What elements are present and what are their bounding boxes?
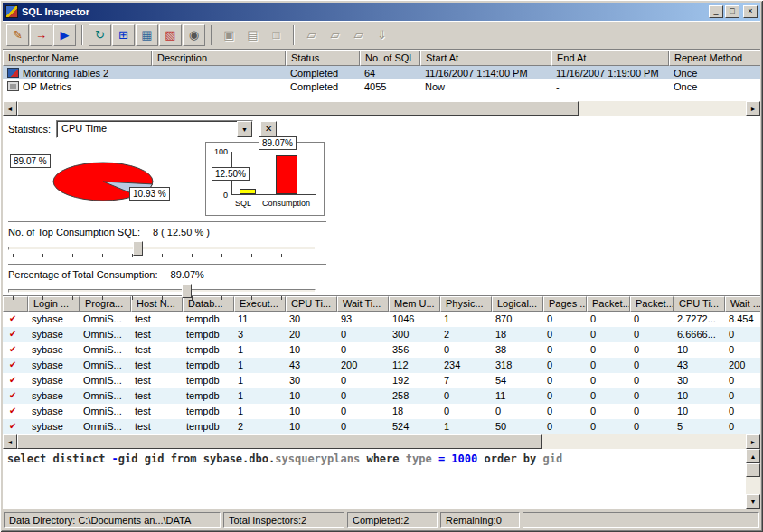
new-inspector-button[interactable]: ✎ (6, 24, 29, 46)
chart-view-button[interactable]: ▧ (159, 24, 182, 46)
grid-view-button[interactable]: ▦ (136, 24, 158, 46)
scroll-right-button[interactable]: ► (746, 434, 760, 449)
row-check-icon[interactable]: ✔ (3, 327, 28, 342)
grid-row[interactable]: ✔sybaseOmniS...testtempdb32003002180006.… (3, 327, 760, 342)
snapshot-button[interactable]: ◉ (183, 24, 205, 46)
inspector-col-header[interactable]: Start At (420, 51, 551, 66)
grid-col-header[interactable]: Physic... (440, 296, 492, 312)
grid-row[interactable]: ✔sybaseOmniS...testtempdb11001800000100 (3, 404, 760, 419)
close-button[interactable]: × (743, 5, 758, 18)
grid-row[interactable]: ✔sybaseOmniS...testtempdb210052415000050 (3, 419, 760, 434)
statistics-combo-value: CPU Time (57, 121, 237, 137)
grid-cell: 0 (725, 327, 760, 342)
add-grid-button[interactable]: ⊞ (112, 24, 135, 46)
grid-col-header[interactable]: Wait Ti... (337, 296, 389, 312)
grid-col-header[interactable]: Packet... (630, 296, 674, 312)
grid-cell: 0 (587, 358, 630, 373)
inspector-col-header[interactable]: Description (152, 51, 286, 66)
inspector-col-header[interactable]: No. of SQL (360, 51, 420, 66)
grid-cell: 192 (389, 373, 440, 388)
grid-cell: 54 (492, 373, 543, 388)
minimize-icon: _ (710, 6, 722, 16)
grid-cell: 1 (234, 342, 286, 358)
pct-consumption-slider[interactable] (8, 283, 316, 303)
row-check-icon[interactable]: ✔ (3, 388, 28, 404)
grid-cell: 10 (286, 342, 337, 358)
scroll-thumb[interactable] (17, 101, 579, 116)
grid-cell: 0 (725, 388, 760, 404)
toolbar-separator (293, 25, 295, 45)
inspector-col-header[interactable]: Repeat Method (669, 51, 760, 66)
status-section-empty (523, 512, 759, 528)
scroll-up-button[interactable]: ▲ (746, 449, 760, 463)
grid-cell: 10 (674, 342, 725, 358)
row-check-icon[interactable]: ✔ (3, 373, 28, 388)
row-check-icon[interactable]: ✔ (3, 358, 28, 373)
grid-cell: OmniS... (80, 373, 131, 388)
pct-consumption-label: Percentage of Total Consumption: (8, 269, 158, 280)
grid-col-header[interactable]: Logical... (492, 296, 543, 312)
scroll-down-button[interactable]: ▼ (746, 494, 760, 509)
inspector-row[interactable]: OP MetricsCompleted4055Now-Once (3, 79, 760, 93)
scroll-track[interactable] (17, 101, 746, 116)
inspector-col-header[interactable]: Status (286, 51, 360, 66)
grid-col-header[interactable]: Wait ... (725, 296, 760, 312)
grid-cell: OmniS... (80, 312, 131, 327)
grid-cell: 0 (543, 388, 587, 404)
row-check-icon[interactable]: ✔ (3, 419, 28, 434)
grid-cell: test (131, 373, 183, 388)
refresh-button[interactable]: ↻ (89, 24, 111, 46)
app-icon[interactable] (5, 5, 18, 18)
sql-text[interactable]: select distinct -gid gid from sybase.dbo… (3, 449, 746, 509)
statistics-combo[interactable]: CPU Time ▼ (56, 120, 253, 138)
maximize-button[interactable]: □ (725, 5, 739, 18)
grid-cell: test (131, 388, 183, 404)
inspector-hscrollbar[interactable]: ◄ ► (3, 101, 760, 116)
grid-col-header[interactable]: Pages ... (543, 296, 587, 312)
scroll-thumb[interactable] (17, 434, 542, 449)
minimize-button[interactable]: _ (709, 5, 723, 18)
inspector-col-header[interactable]: End At (551, 51, 669, 66)
grid-cell: 0 (543, 404, 587, 419)
grid-col-header[interactable]: CPU Ti... (674, 296, 725, 312)
grid-cell: 0 (587, 342, 630, 358)
view-inspector-button[interactable]: → (30, 24, 52, 46)
top-sql-slider[interactable] (8, 240, 316, 260)
scroll-right-button[interactable]: ► (746, 101, 760, 116)
scroll-left-button[interactable]: ◄ (3, 101, 17, 116)
row-check-icon[interactable]: ✔ (3, 404, 28, 419)
sql-token: = (438, 453, 451, 465)
grid-row[interactable]: ✔sybaseOmniS...testtempdb110035603800010… (3, 342, 760, 358)
grid-cell: 2 (440, 327, 492, 342)
scroll-track[interactable] (746, 463, 760, 494)
scroll-left-button[interactable]: ◄ (3, 434, 17, 449)
scroll-track[interactable] (17, 434, 746, 449)
grid-col-header[interactable]: Mem U... (389, 296, 440, 312)
combo-dropdown-button[interactable]: ▼ (237, 121, 252, 137)
slider-track[interactable] (8, 289, 316, 293)
sql-token: sybase (203, 453, 242, 465)
grid-row[interactable]: ✔sybaseOmniS...testtempdb110025801100010… (3, 388, 760, 404)
grid-row[interactable]: ✔sybaseOmniS...testtempdb143200112234318… (3, 358, 760, 373)
sql-vscrollbar[interactable]: ▲ ▼ (746, 449, 760, 509)
grid-col-header[interactable]: Packet... (587, 296, 630, 312)
bar-chart: 100 50 0 12.50% 89.07% SQL Consumption (205, 142, 325, 216)
scroll-thumb[interactable] (746, 463, 760, 477)
inspector-row[interactable]: Monitoring Tables 2Completed6411/16/2007… (3, 66, 760, 79)
grid-cell: tempdb (183, 419, 234, 434)
grid-cell: 0 (587, 404, 630, 419)
slider-track[interactable] (8, 247, 316, 250)
grid-row[interactable]: ✔sybaseOmniS...testtempdb113093104618700… (3, 312, 760, 327)
row-check-icon[interactable]: ✔ (3, 342, 28, 358)
print-icon: ▤ (247, 29, 258, 41)
grid-row[interactable]: ✔sybaseOmniS...testtempdb130019275400030… (3, 373, 760, 388)
close-statistics-button[interactable]: ✕ (260, 121, 277, 137)
inspector-col-header[interactable]: Inspector Name (3, 51, 152, 66)
grid-cell: 0 (440, 404, 492, 419)
row-check-icon[interactable]: ✔ (3, 312, 28, 327)
grid-cell: 0 (630, 419, 674, 434)
pct-consumption-value: 89.07% (171, 269, 204, 280)
grid-cell: 0 (440, 342, 492, 358)
grid-hscrollbar[interactable]: ◄ ► (3, 434, 760, 449)
run-inspector-button[interactable]: ▶ (53, 24, 76, 46)
